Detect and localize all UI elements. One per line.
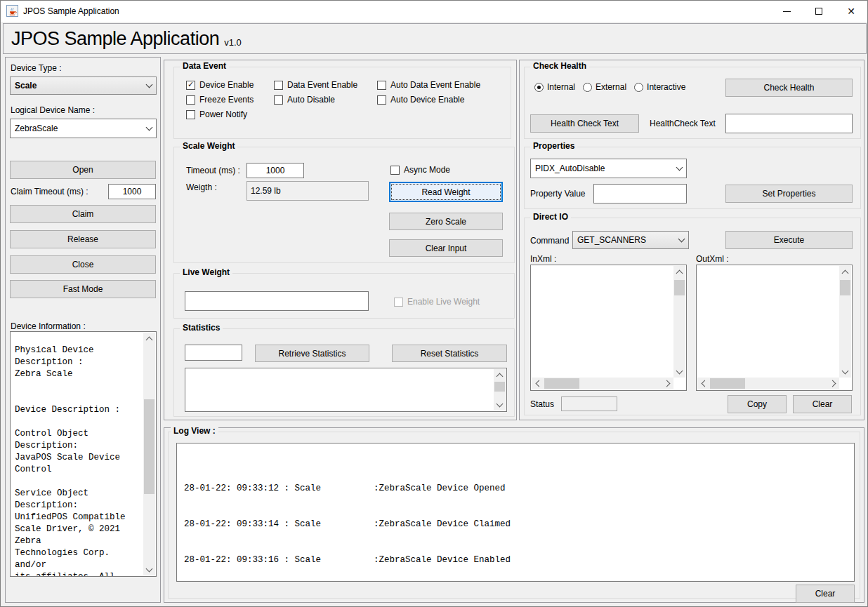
- fast-mode-button[interactable]: Fast Mode: [10, 280, 156, 298]
- inxml-textarea[interactable]: [530, 265, 687, 391]
- checkbox-box: ✓: [274, 95, 283, 105]
- claim-timeout-input[interactable]: [108, 184, 156, 199]
- checkbox-freeze-events[interactable]: ✓ Freeze Events: [186, 95, 274, 105]
- statistics-output-textarea[interactable]: [185, 368, 507, 412]
- scroll-down-icon[interactable]: [143, 563, 155, 575]
- clear-input-button[interactable]: Clear Input: [389, 239, 503, 257]
- checkbox-enable-live-weight[interactable]: ✓ Enable Live Weight: [394, 297, 480, 307]
- horizontal-scrollbar[interactable]: [697, 378, 839, 389]
- command-select[interactable]: GET_SCANNERS: [572, 231, 689, 249]
- device-type-select[interactable]: Scale: [10, 76, 157, 95]
- window-title: JPOS Sample Application: [23, 6, 119, 16]
- java-app-icon: [6, 5, 18, 17]
- scrollbar-thumb[interactable]: [144, 399, 154, 494]
- vertical-scrollbar[interactable]: [839, 266, 851, 378]
- scroll-down-icon[interactable]: [673, 366, 685, 378]
- device-type-label: Device Type :: [11, 63, 61, 73]
- vertical-scrollbar[interactable]: [143, 333, 155, 575]
- claim-timeout-label: Claim Timeout (ms) :: [11, 187, 88, 196]
- release-button[interactable]: Release: [10, 230, 156, 248]
- live-weight-group: Live Weight ✓ Enable Live Weight: [173, 273, 515, 319]
- statistics-input[interactable]: [185, 345, 242, 361]
- checkmark-icon: ✓: [188, 81, 194, 88]
- minimize-button[interactable]: [770, 1, 803, 22]
- scroll-up-icon[interactable]: [494, 369, 506, 381]
- close-device-button[interactable]: Close: [10, 255, 156, 274]
- read-weight-button[interactable]: Read Weight: [389, 182, 503, 202]
- radio-dot-icon: [537, 86, 541, 89]
- checkbox-auto-data-event-enable[interactable]: ✓ Auto Data Event Enable: [377, 80, 480, 90]
- log-line: 28-01-22: 09:33:14 : Scale :ZebraScale D…: [184, 519, 847, 531]
- scrollbar-thumb[interactable]: [710, 378, 745, 389]
- log-view-panel: Log View : 28-01-22: 09:33:12 : Scale :Z…: [164, 427, 864, 603]
- device-information-text: Physical Device Description : Zebra Scal…: [15, 345, 142, 577]
- version-label: v1.0: [224, 37, 242, 48]
- healthcheck-text-input[interactable]: [725, 114, 853, 133]
- copy-button[interactable]: Copy: [728, 395, 787, 413]
- checkbox-box: ✓: [274, 81, 283, 90]
- device-information-textarea[interactable]: Physical Device Description : Zebra Scal…: [10, 331, 157, 577]
- property-select[interactable]: PIDX_AutoDisable: [530, 159, 687, 178]
- live-weight-input[interactable]: [185, 291, 369, 311]
- checkbox-box: ✓: [186, 81, 195, 90]
- execute-button[interactable]: Execute: [725, 231, 853, 249]
- checkbox-device-enable[interactable]: ✓ Device Enable: [186, 80, 274, 90]
- check-health-button[interactable]: Check Health: [725, 79, 853, 97]
- property-value-input[interactable]: [593, 184, 687, 204]
- radio-circle: [634, 83, 643, 92]
- center-panel: Data Event ✓ Device Enable ✓ Data Event …: [164, 60, 517, 420]
- scroll-up-icon[interactable]: [839, 266, 851, 278]
- scroll-up-icon[interactable]: [673, 266, 685, 278]
- checkbox-data-event-enable[interactable]: ✓ Data Event Enable: [274, 80, 377, 90]
- scroll-right-icon[interactable]: [827, 378, 839, 389]
- timeout-input[interactable]: [246, 163, 304, 178]
- vertical-scrollbar[interactable]: [673, 266, 685, 378]
- scrollbar-thumb[interactable]: [674, 280, 685, 295]
- scroll-left-icon[interactable]: [697, 378, 709, 389]
- checkbox-power-notify[interactable]: ✓ Power Notify: [186, 109, 274, 119]
- outxml-label: OutXml :: [696, 254, 729, 264]
- zero-scale-button[interactable]: Zero Scale: [389, 213, 503, 230]
- checkbox-async-mode[interactable]: ✓ Async Mode: [390, 165, 450, 175]
- scrollbar-thumb[interactable]: [494, 382, 505, 392]
- weight-field: [246, 181, 369, 201]
- close-button[interactable]: ✕: [835, 1, 867, 22]
- scrollbar-thumb[interactable]: [840, 280, 850, 295]
- chevron-down-icon: [146, 124, 153, 131]
- logical-device-select[interactable]: ZebraScale: [10, 119, 157, 138]
- radio-circle: [583, 83, 592, 92]
- set-properties-button[interactable]: Set Properties: [725, 185, 853, 203]
- radio-interactive[interactable]: Interactive: [634, 82, 685, 92]
- scroll-up-icon[interactable]: [143, 333, 155, 345]
- scroll-left-icon[interactable]: [532, 378, 544, 389]
- log-view-textarea[interactable]: 28-01-22: 09:33:12 : Scale :ZebraScale D…: [176, 443, 855, 582]
- data-event-group: Data Event ✓ Device Enable ✓ Data Event …: [173, 67, 511, 139]
- scroll-down-icon[interactable]: [494, 399, 506, 411]
- command-label: Command: [530, 236, 569, 246]
- scale-weight-title: Scale Weight: [180, 141, 237, 151]
- clear-log-button[interactable]: Clear: [796, 585, 855, 603]
- scroll-right-icon[interactable]: [662, 378, 673, 389]
- checkbox-auto-device-enable[interactable]: ✓ Auto Device Enable: [377, 95, 480, 105]
- checkbox-box: ✓: [186, 95, 195, 105]
- reset-statistics-button[interactable]: Reset Statistics: [392, 345, 507, 362]
- claim-button[interactable]: Claim: [10, 205, 156, 223]
- healthcheck-text-label: HealthCheck Text: [650, 119, 716, 128]
- checkbox-auto-disable[interactable]: ✓ Auto Disable: [274, 95, 377, 105]
- inxml-label: InXml :: [530, 254, 556, 264]
- clear-io-button[interactable]: Clear: [793, 395, 852, 413]
- scroll-down-icon[interactable]: [839, 366, 851, 378]
- outxml-textarea[interactable]: [696, 265, 853, 391]
- close-icon: ✕: [847, 6, 855, 16]
- maximize-button[interactable]: [803, 1, 835, 22]
- open-button[interactable]: Open: [10, 161, 156, 179]
- retrieve-statistics-button[interactable]: Retrieve Statistics: [255, 345, 369, 362]
- health-check-text-button[interactable]: Health Check Text: [530, 114, 639, 133]
- vertical-scrollbar[interactable]: [494, 369, 506, 411]
- chevron-down-icon: [676, 164, 683, 171]
- horizontal-scrollbar[interactable]: [532, 378, 673, 389]
- scrollbar-thumb[interactable]: [544, 378, 579, 389]
- radio-external[interactable]: External: [583, 82, 626, 92]
- status-field: [561, 396, 617, 411]
- radio-internal[interactable]: Internal: [534, 82, 575, 92]
